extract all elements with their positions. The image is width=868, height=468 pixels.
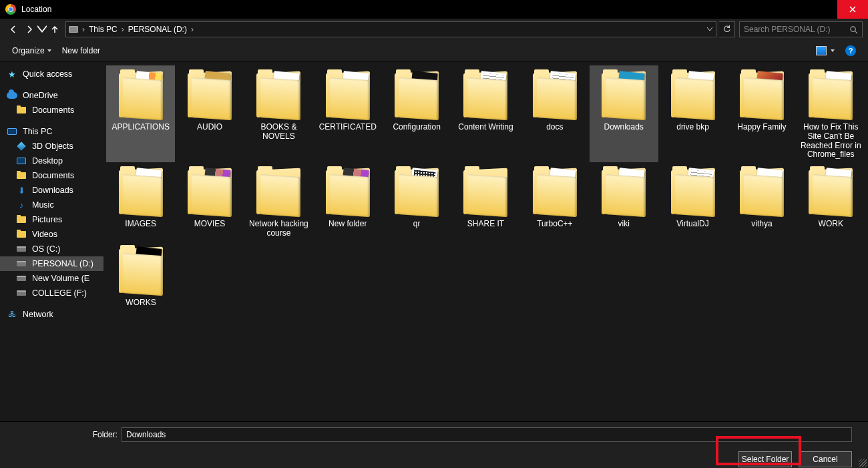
sidebar-item-label: New Volume (E xyxy=(32,274,89,283)
sidebar-item-label: PERSONAL (D:) xyxy=(32,259,93,268)
folder-item[interactable]: WORK xyxy=(797,162,865,241)
sidebar-item-downloads[interactable]: ⬇Downloads xyxy=(0,183,103,198)
breadcrumb-history-dropdown[interactable] xyxy=(704,22,716,37)
folder-item[interactable]: PDFvithya xyxy=(727,162,796,241)
folder-item[interactable]: ♪MP3drive bkp xyxy=(658,65,727,162)
svg-point-0 xyxy=(851,26,855,31)
nav-back-button[interactable] xyxy=(5,20,21,39)
folder-label: Happy Family xyxy=(737,123,786,132)
folder-icon: ♪MP3 xyxy=(667,68,719,120)
folder-item[interactable]: AUDIO xyxy=(175,65,244,162)
folder-item[interactable]: Downloads xyxy=(590,65,658,162)
folder-item[interactable]: WORKS xyxy=(106,241,176,310)
drive-icon xyxy=(16,244,27,254)
breadcrumb-segment[interactable]: PERSONAL (D:) xyxy=(127,25,188,34)
toolbar: Organize New folder ? xyxy=(0,40,868,61)
window-title: Location xyxy=(21,5,51,14)
sidebar-item-os-c-[interactable]: OS (C:) xyxy=(0,242,103,256)
folder-item[interactable]: VirtualDJ xyxy=(658,162,727,241)
folder-item[interactable]: SHARE IT xyxy=(451,162,520,241)
star-icon: ★ xyxy=(7,69,17,79)
folder-item[interactable]: New folder xyxy=(313,162,382,241)
refresh-button[interactable] xyxy=(719,21,735,37)
folder-item[interactable]: DᵢgIMAGES xyxy=(106,162,175,241)
drive-icon xyxy=(16,258,27,269)
folder-item[interactable]: docs xyxy=(520,65,589,162)
select-folder-button[interactable]: Select Folder xyxy=(738,451,792,467)
folder-item[interactable]: APPLICATIONS xyxy=(106,65,175,162)
nav-up-button[interactable] xyxy=(47,20,63,39)
folder-name-input[interactable] xyxy=(122,427,852,442)
folder-icon: PDF xyxy=(322,68,374,120)
sidebar-item-label: OneDrive xyxy=(23,91,58,100)
help-icon: ? xyxy=(845,45,856,56)
new-folder-button[interactable]: New folder xyxy=(57,43,105,58)
sidebar-item-new-volume-e[interactable]: New Volume (E xyxy=(0,271,103,286)
folder-item[interactable]: Configuration xyxy=(382,65,451,162)
help-button[interactable]: ? xyxy=(840,43,861,59)
folder-label: vithya xyxy=(751,220,772,229)
folder-icon: PDF xyxy=(252,68,304,120)
sidebar-item-personal-d-[interactable]: PERSONAL (D:) xyxy=(0,256,103,271)
window-close-button[interactable] xyxy=(837,0,868,19)
folder-item[interactable]: Network hacking course xyxy=(244,162,313,241)
sidebar-item-label: OS (C:) xyxy=(32,244,60,254)
resize-grip[interactable] xyxy=(859,459,867,467)
sidebar-item-college-f-[interactable]: COLLEGE (F:) xyxy=(0,286,103,300)
folder-label: viki xyxy=(618,220,630,229)
folder-icon xyxy=(16,170,27,181)
breadcrumb[interactable]: › This PC › PERSONAL (D:) › xyxy=(65,21,716,37)
cloud-icon xyxy=(7,90,17,101)
folder-icon xyxy=(184,68,236,120)
folder-item[interactable]: qr xyxy=(382,162,451,241)
folder-item[interactable]: Content Writing xyxy=(451,65,520,162)
breadcrumb-segment[interactable]: This PC xyxy=(87,25,119,34)
sidebar-item-label: Quick access xyxy=(23,69,72,79)
search-input[interactable]: Search PERSONAL (D:) xyxy=(739,21,863,37)
cancel-button[interactable]: Cancel xyxy=(799,451,852,467)
folder-icon xyxy=(115,68,167,120)
folder-icon xyxy=(184,165,236,217)
sidebar-item-videos[interactable]: Videos xyxy=(0,227,103,242)
folder-item[interactable]: How to Fix This Site Can't Be Reached Er… xyxy=(797,65,865,162)
cube-icon xyxy=(16,141,27,152)
folder-icon xyxy=(16,214,27,225)
sidebar-item-documents[interactable]: Documents xyxy=(0,168,103,183)
sidebar-item-music[interactable]: ♪Music xyxy=(0,198,103,212)
sidebar-onedrive-documents[interactable]: Documents xyxy=(0,103,103,118)
nav-recent-dropdown[interactable] xyxy=(37,20,47,39)
chevron-down-icon xyxy=(47,49,51,52)
sidebar-network[interactable]: 🖧 Network xyxy=(0,307,103,322)
folder-label: Downloads xyxy=(604,123,644,132)
folder-item[interactable]: PDFCERTIFICATED xyxy=(313,65,382,162)
folder-label: qr xyxy=(413,220,421,229)
folder-icon xyxy=(459,165,511,217)
sidebar-quick-access[interactable]: ★ Quick access xyxy=(0,67,103,81)
folder-label: How to Fix This Site Can't Be Reached Er… xyxy=(798,123,864,160)
address-bar: › This PC › PERSONAL (D:) › Search PERSO… xyxy=(0,19,868,40)
sidebar-this-pc[interactable]: This PC xyxy=(0,124,103,139)
view-options-button[interactable] xyxy=(811,43,840,58)
sidebar-onedrive[interactable]: OneDrive xyxy=(0,88,103,103)
folder-item[interactable]: TurboC++ xyxy=(520,162,589,241)
folder-label: New folder xyxy=(329,220,367,229)
sidebar-item-label: Desktop xyxy=(32,156,63,166)
drive-icon xyxy=(16,288,27,298)
folder-label: Network hacking course xyxy=(246,220,312,238)
chevron-down-icon xyxy=(37,25,47,34)
sidebar-item-label: 3D Objects xyxy=(32,142,73,151)
organize-menu[interactable]: Organize xyxy=(7,43,57,58)
folder-item[interactable]: ♪viki xyxy=(590,162,658,241)
folder-label: BOOKS & NOVELS xyxy=(246,123,312,142)
sidebar-item-3d-objects[interactable]: 3D Objects xyxy=(0,139,103,154)
folder-item[interactable]: Happy Family xyxy=(727,65,796,162)
chevron-down-icon xyxy=(831,49,835,52)
folder-item[interactable]: PDFBOOKS & NOVELS xyxy=(244,65,313,162)
sidebar-item-desktop[interactable]: Desktop xyxy=(0,154,103,168)
folder-item[interactable]: MOVIES xyxy=(175,162,244,241)
sidebar-item-pictures[interactable]: Pictures xyxy=(0,212,103,227)
folder-label: SHARE IT xyxy=(467,220,504,229)
folder-grid[interactable]: APPLICATIONSAUDIOPDFBOOKS & NOVELSPDFCER… xyxy=(103,61,868,421)
chrome-icon xyxy=(5,4,16,15)
nav-forward-button[interactable] xyxy=(21,20,37,39)
